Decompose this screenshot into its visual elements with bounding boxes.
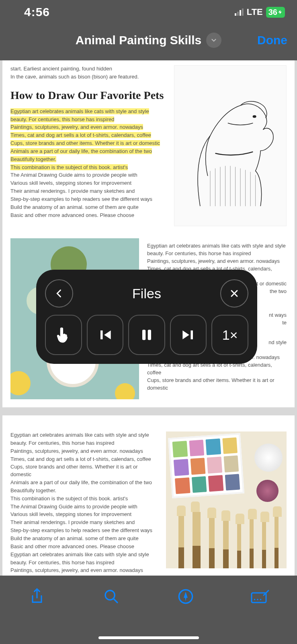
search-button[interactable] (102, 587, 121, 606)
text-column-3: Egyptian art celebrates animals like cat… (10, 431, 158, 576)
battery-level: 36 (268, 8, 277, 17)
body-text: The Animal Drawing Guide aims to provide… (10, 503, 158, 511)
body-text: Step-by-step examples to help readers se… (10, 196, 166, 203)
body-text: Times, cat and dog art sells a lot of t-… (10, 456, 158, 463)
palette-swatch (175, 477, 190, 494)
body-text: Build the anatomy of an animal. some of … (10, 204, 166, 211)
paint-supplies-image (166, 431, 287, 568)
edit-box-icon (250, 589, 270, 604)
home-indicator[interactable] (98, 636, 199, 639)
svg-point-6 (254, 599, 255, 601)
body-text: beauty. For centuries, this horse has in… (147, 250, 287, 258)
status-bar: 4:56 LTE 36 (0, 0, 297, 24)
status-right: LTE 36 (235, 7, 285, 18)
search-icon (103, 588, 119, 605)
skip-previous-icon (96, 326, 114, 344)
body-text: Basic and other more advanced ones. Plea… (10, 543, 158, 551)
palette-swatch (189, 440, 204, 456)
svg-point-7 (257, 599, 258, 601)
body-text: Their animal renderings. I provide many … (10, 188, 166, 195)
highlighted-text[interactable]: Times, cat and dog art sells a lot of t-… (10, 132, 151, 138)
pointer-button[interactable] (45, 315, 82, 355)
panel-title: Files (132, 286, 161, 301)
palette-swatch (191, 476, 207, 493)
brushes (174, 504, 283, 568)
body-text: Beautifully together. (10, 487, 158, 495)
body-text: Various skill levels, stepping stones fo… (10, 511, 158, 518)
section-heading: How to Draw Our Favorite Pets (10, 88, 166, 102)
battery-badge: 36 (266, 7, 285, 18)
palette-swatch (205, 438, 221, 455)
body-text: In the cave, animals such as bison (biso… (10, 73, 166, 81)
palette-swatch (225, 474, 240, 491)
palette-swatch (222, 438, 238, 454)
highlighted-text[interactable]: This combination is the subject of this … (10, 164, 128, 170)
pause-button[interactable] (128, 315, 165, 355)
body-text: Egyptian art celebrates animals like cat… (147, 242, 287, 250)
previous-button[interactable] (87, 315, 124, 355)
next-button[interactable] (170, 315, 207, 355)
body-text: This combination is the subject of this … (10, 495, 158, 503)
body-text: The Animal Drawing Guide aims to provide… (10, 171, 166, 179)
body-text: Paintings, sculptures, jewelry, and even… (10, 448, 158, 455)
body-text: beauty. For centuries, this horse has in… (10, 559, 158, 567)
svg-point-0 (253, 116, 256, 118)
body-text: Basic and other more advanced ones. Plea… (10, 212, 166, 219)
text-column-1: start. Earliest ancient painting, found … (10, 65, 166, 226)
body-text: Their animal renderings. I provide many … (10, 519, 158, 526)
body-text: Cups, store brands and other items. Whet… (10, 463, 158, 479)
bottom-toolbar (0, 576, 297, 644)
chevron-left-icon (53, 288, 65, 299)
back-button[interactable] (45, 279, 73, 308)
palette-swatch (174, 459, 189, 476)
dog-illustration (180, 74, 281, 218)
palette-swatch (208, 475, 223, 492)
body-text: Step-by-step examples to help readers se… (10, 527, 158, 535)
svg-rect-2 (148, 330, 151, 340)
hand-pointer-icon (55, 326, 72, 344)
skip-next-icon (180, 326, 197, 344)
body-text: Egyptian art celebrates animals like cat… (10, 551, 158, 559)
close-button[interactable] (220, 279, 248, 308)
share-button[interactable] (27, 587, 47, 606)
watercolor-palette (168, 433, 244, 498)
dog-sketch-image (174, 65, 287, 226)
highlighted-text[interactable]: Animals are a part of our daily life, th… (10, 148, 152, 154)
body-text: Animals are a part of our daily life, th… (10, 479, 158, 487)
body-text: Paintings, sculptures, jewelry, and even… (10, 567, 158, 574)
body-text: start. Earliest ancient painting, found … (10, 65, 166, 73)
pause-icon (138, 326, 156, 344)
body-text: Egyptian art celebrates animals like cat… (10, 431, 158, 439)
palette-swatch (172, 441, 188, 458)
speed-label: 1× (222, 327, 238, 343)
highlighted-text[interactable]: Egyptian art celebrates animals like cat… (10, 108, 149, 114)
speed-button[interactable]: 1× (211, 315, 248, 355)
palette-swatch (190, 458, 205, 475)
body-text: Paintings, sculptures, jewelry, and even… (147, 258, 287, 265)
body-text: Build the anatomy of an animal. some of … (10, 535, 158, 543)
network-label: LTE (247, 7, 263, 17)
done-button[interactable]: Done (257, 33, 287, 47)
chevron-down-icon (210, 37, 217, 44)
speak-controls-panel[interactable]: Files 1× (36, 270, 257, 364)
title-dropdown[interactable] (206, 33, 221, 48)
close-icon (229, 288, 240, 299)
share-icon (29, 588, 45, 605)
highlighted-text[interactable]: Paintings, sculptures, jewelry, and even… (10, 124, 143, 130)
highlighted-text[interactable]: beauty. For centuries, this horse has in… (10, 116, 114, 122)
svg-rect-1 (142, 330, 145, 340)
body-text: Various skill levels, stepping stones fo… (10, 180, 166, 187)
highlighted-text[interactable]: Cups, store brands and other items. Whet… (10, 140, 160, 146)
body-text: Cups, store brands and other items. Whet… (147, 377, 287, 392)
highlighted-text[interactable]: Beautifully together. (10, 156, 56, 162)
page-2: Egyptian art celebrates animals like cat… (2, 415, 295, 576)
pen-circle-icon (178, 588, 194, 605)
svg-point-8 (260, 599, 261, 601)
markup-button[interactable] (176, 587, 195, 606)
document-title: Animal Painting Skills (76, 33, 201, 47)
palette-swatch (223, 456, 239, 473)
body-text: beauty. For centuries, this horse has in… (10, 440, 158, 447)
edit-button[interactable] (250, 587, 270, 606)
nav-bar: Animal Painting Skills Done (0, 24, 297, 56)
signal-icon (235, 8, 244, 16)
